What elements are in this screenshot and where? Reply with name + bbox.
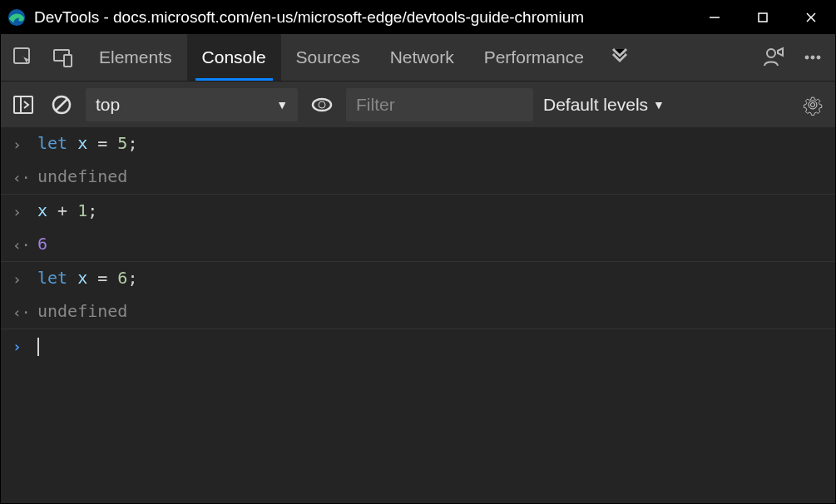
- console-output-row: ‹·undefined: [1, 295, 835, 329]
- toggle-sidebar-icon[interactable]: [9, 91, 37, 119]
- svg-rect-2: [759, 13, 767, 22]
- clear-console-icon[interactable]: [47, 91, 76, 119]
- window-titlebar: DevTools - docs.microsoft.com/en-us/micr…: [1, 1, 835, 34]
- kebab-menu-icon[interactable]: [794, 34, 832, 81]
- svg-point-16: [313, 99, 331, 111]
- tab-sources[interactable]: Sources: [281, 34, 375, 81]
- filter-input[interactable]: [346, 88, 533, 121]
- code-line: 6: [37, 233, 47, 256]
- prompt-input[interactable]: [37, 334, 39, 358]
- devtools-tabbar: ElementsConsoleSourcesNetworkPerformance: [1, 34, 835, 81]
- code-line: undefined: [37, 300, 127, 324]
- console-input-row: ›let x = 6;: [1, 262, 835, 295]
- levels-label: Default levels: [543, 95, 648, 115]
- log-levels-select[interactable]: Default levels ▼: [543, 95, 665, 115]
- prompt-chevron-icon: ›: [12, 334, 37, 358]
- feedback-icon[interactable]: [754, 34, 792, 81]
- code-line: let x = 5;: [37, 132, 137, 156]
- tab-performance[interactable]: Performance: [469, 34, 599, 81]
- input-chevron-icon: ›: [12, 200, 37, 223]
- tab-console[interactable]: Console: [187, 34, 281, 81]
- svg-point-8: [767, 49, 775, 57]
- svg-point-10: [811, 56, 814, 59]
- minimize-button[interactable]: [690, 1, 739, 34]
- inspect-element-icon[interactable]: [4, 34, 42, 81]
- devtools-icon: [7, 8, 26, 27]
- console-output[interactable]: ›let x = 5;‹·undefined›x + 1;‹·6›let x =…: [1, 127, 835, 503]
- console-output-row: ‹·6: [1, 228, 835, 262]
- more-tabs-icon[interactable]: [601, 34, 639, 81]
- tab-elements[interactable]: Elements: [84, 34, 187, 81]
- code-line: let x = 6;: [37, 267, 137, 290]
- chevron-down-icon: ▼: [653, 98, 665, 111]
- svg-point-11: [817, 56, 820, 59]
- code-line: x + 1;: [37, 200, 97, 223]
- live-expression-icon[interactable]: [308, 91, 336, 119]
- output-chevron-icon: ‹·: [12, 233, 37, 256]
- tab-network[interactable]: Network: [375, 34, 469, 81]
- context-value: top: [96, 95, 120, 115]
- console-prompt-row[interactable]: ›: [1, 329, 835, 363]
- input-chevron-icon: ›: [12, 267, 37, 290]
- console-toolbar: top ▼ Default levels ▼: [1, 81, 835, 127]
- svg-point-9: [805, 56, 809, 59]
- console-input-row: ›x + 1;: [1, 195, 835, 228]
- svg-line-15: [56, 99, 67, 111]
- input-chevron-icon: ›: [12, 132, 37, 156]
- execution-context-select[interactable]: top ▼: [86, 88, 298, 121]
- settings-gear-icon[interactable]: [799, 91, 827, 119]
- device-emulation-icon[interactable]: [44, 34, 82, 81]
- window-title: DevTools - docs.microsoft.com/en-us/micr…: [34, 8, 690, 27]
- chevron-down-icon: ▼: [276, 98, 288, 111]
- output-chevron-icon: ‹·: [12, 166, 37, 189]
- console-output-row: ‹·undefined: [1, 161, 835, 195]
- svg-point-17: [319, 101, 325, 108]
- output-chevron-icon: ‹·: [12, 300, 37, 324]
- close-button[interactable]: [787, 1, 835, 34]
- svg-rect-12: [14, 96, 32, 113]
- code-line: undefined: [37, 166, 127, 189]
- svg-rect-7: [64, 55, 72, 67]
- console-input-row: ›let x = 5;: [1, 127, 835, 161]
- maximize-button[interactable]: [739, 1, 787, 34]
